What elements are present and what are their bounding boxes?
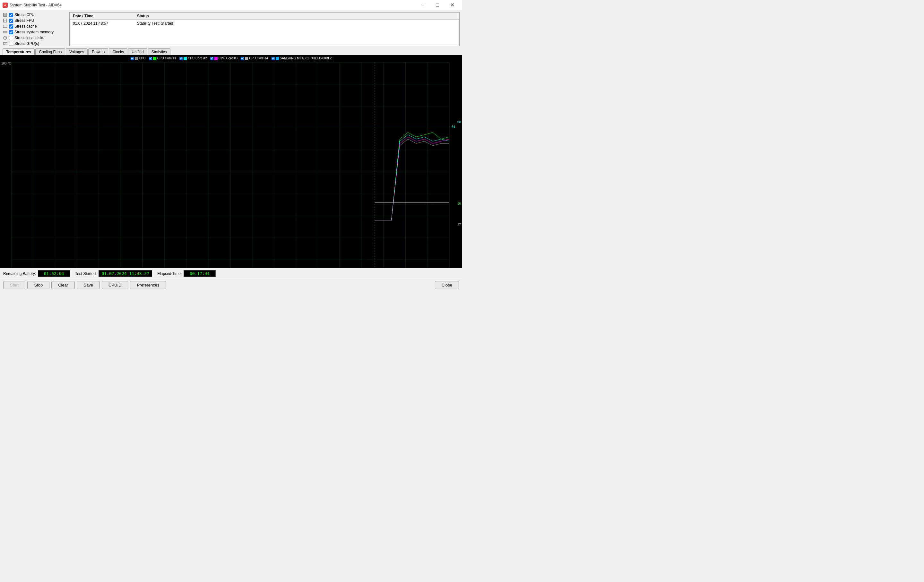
log-col-status: Status (135, 13, 151, 19)
start-button[interactable]: Start (3, 281, 25, 289)
cpuid-button[interactable]: CPUID (102, 281, 128, 289)
legend-samsung-checkbox[interactable] (272, 57, 275, 60)
test-started-label: Test Started: (75, 271, 97, 276)
legend-core4-checkbox[interactable] (241, 57, 244, 60)
stress-gpus-label: Stress GPU(s) (15, 41, 39, 46)
log-row: 01.07.2024 11:48:57 Stability Test: Star… (69, 20, 459, 27)
stress-gpus-checkbox[interactable] (9, 42, 13, 46)
temp-chart-canvas (0, 55, 462, 268)
tab-powers[interactable]: Powers (88, 48, 108, 55)
stress-cpu-checkbox[interactable] (9, 13, 13, 17)
window-close-button[interactable]: ✕ (445, 0, 460, 10)
legend-core1-checkbox[interactable] (149, 57, 152, 60)
stress-memory-item: Stress system memory (3, 30, 67, 35)
stress-cache-checkbox[interactable] (9, 25, 13, 28)
log-header: Date / Time Status (69, 13, 459, 20)
legend-core1-label: CPU Core #1 (157, 56, 176, 60)
preferences-button[interactable]: Preferences (130, 281, 166, 289)
stop-button[interactable]: Stop (27, 281, 50, 289)
stress-disks-item: Stress local disks (3, 35, 67, 40)
close-button[interactable]: Close (435, 281, 459, 289)
svg-rect-4 (3, 25, 7, 28)
tab-voltages[interactable]: Voltages (66, 48, 87, 55)
legend-core2: CPU Core #2 (180, 56, 207, 60)
maximize-button[interactable]: □ (430, 0, 445, 10)
legend-core2-checkbox[interactable] (180, 57, 183, 60)
gpu-icon (3, 41, 8, 46)
legend-core4-color (245, 57, 248, 60)
stress-fpu-label: Stress FPU (15, 18, 34, 23)
stress-cpu-item: Stress CPU (3, 12, 67, 17)
temp-value-64: 64 (452, 125, 455, 129)
stress-fpu-item: F Stress FPU (3, 18, 67, 23)
legend-core3-label: CPU Core #3 (219, 56, 238, 60)
stress-gpus-item: Stress GPU(s) (3, 41, 67, 46)
title-bar-left: A System Stability Test - AIDA64 (3, 3, 62, 8)
stress-cache-label: Stress cache (15, 24, 36, 28)
save-button[interactable]: Save (77, 281, 100, 289)
window-controls: − □ ✕ (415, 0, 460, 10)
legend-core2-label: CPU Core #2 (188, 56, 207, 60)
legend-cpu-label: CPU (139, 56, 146, 60)
stress-disks-checkbox[interactable] (9, 36, 13, 40)
battery-status: Remaining Battery: 01:52:04 (3, 270, 70, 277)
legend-core3-checkbox[interactable] (210, 57, 213, 60)
tab-unified[interactable]: Unified (128, 48, 147, 55)
legend-core4-label: CPU Core #4 (249, 56, 268, 60)
stress-options-panel: Stress CPU F Stress FPU Stress cache (3, 12, 67, 46)
stress-memory-checkbox[interactable] (9, 30, 13, 34)
log-cell-datetime: 01.07.2024 11:48:57 (71, 21, 135, 26)
log-col-datetime: Date / Time (71, 13, 135, 19)
stress-memory-label: Stress system memory (15, 30, 54, 34)
minimize-button[interactable]: − (415, 0, 430, 10)
test-started-value: 01.07.2024 11:48:57 (99, 270, 152, 277)
legend-samsung-label: SAMSUNG MZAL81T0HDLB-00BL2 (280, 56, 332, 60)
stress-cpu-label: Stress CPU (15, 13, 35, 17)
svg-rect-1 (4, 14, 6, 16)
legend-core1: CPU Core #1 (149, 56, 176, 60)
elapsed-time-status: Elapsed Time: 00:17:41 (157, 270, 216, 277)
main-window: Stress CPU F Stress FPU Stress cache (0, 10, 462, 291)
elapsed-time-value: 00:17:41 (183, 270, 216, 277)
tab-cooling-fans[interactable]: Cooling Fans (35, 48, 65, 55)
temp-value-68: 68 (457, 120, 461, 124)
fpu-icon: F (3, 18, 8, 23)
stress-disks-label: Stress local disks (15, 36, 44, 40)
cache-icon (3, 24, 8, 29)
temp-y-top: 100 °C (1, 62, 11, 65)
svg-text:F: F (5, 20, 6, 22)
disk-icon (3, 35, 8, 40)
legend-core4: CPU Core #4 (241, 56, 268, 60)
tab-temperatures[interactable]: Temperatures (3, 48, 35, 55)
ram-icon (3, 30, 8, 35)
legend-core1-color (153, 57, 156, 60)
status-bar: Remaining Battery: 01:52:04 Test Started… (0, 268, 462, 279)
title-bar: A System Stability Test - AIDA64 − □ ✕ (0, 0, 462, 10)
log-cell-status: Stability Test: Started (135, 21, 175, 26)
tab-statistics[interactable]: Statistics (148, 48, 170, 55)
cpu-icon (3, 12, 8, 17)
temp-legend: CPU CPU Core #1 CPU Core #2 CPU Core #3 (0, 56, 462, 60)
tab-clocks[interactable]: Clocks (109, 48, 127, 55)
charts-area: CPU CPU Core #1 CPU Core #2 CPU Core #3 (0, 55, 462, 268)
legend-core3-color (214, 57, 218, 60)
legend-core3: CPU Core #3 (210, 56, 238, 60)
clear-button[interactable]: Clear (51, 281, 75, 289)
elapsed-time-label: Elapsed Time: (157, 271, 182, 276)
test-started-status: Test Started: 01.07.2024 11:48:57 (75, 270, 152, 277)
svg-rect-15 (4, 43, 5, 44)
window-title: System Stability Test - AIDA64 (10, 3, 62, 7)
legend-cpu: CPU (130, 56, 146, 60)
app-icon: A (3, 3, 8, 8)
log-panel: Date / Time Status 01.07.2024 11:48:57 S… (69, 12, 460, 46)
temp-value-27: 27 (457, 223, 461, 226)
legend-samsung-color (276, 57, 279, 60)
legend-core2-color (183, 57, 187, 60)
stress-fpu-checkbox[interactable] (9, 19, 13, 23)
svg-point-13 (5, 37, 6, 38)
temperature-chart: CPU CPU Core #1 CPU Core #2 CPU Core #3 (0, 55, 462, 268)
battery-value: 01:52:04 (38, 270, 70, 277)
action-bar: Start Stop Clear Save CPUID Preferences … (0, 279, 462, 291)
legend-cpu-checkbox[interactable] (130, 57, 134, 60)
battery-label: Remaining Battery: (3, 271, 36, 276)
